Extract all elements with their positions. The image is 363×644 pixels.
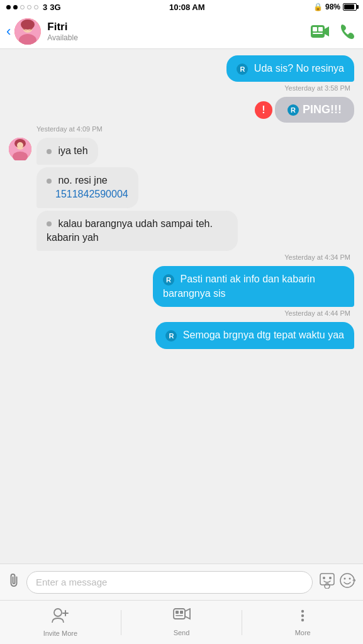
r-badge-3: R <box>165 330 177 341</box>
avatar <box>14 18 41 45</box>
timestamp-1: Yesterday at 3:58 PM <box>9 84 350 92</box>
signal-dot-4 <box>27 5 31 9</box>
svg-marker-10 <box>325 26 329 36</box>
msg-sent-2: R Pasti nanti ak info dan kabarin barang… <box>9 266 354 307</box>
msg-sent-3: R Semoga brgnya dtg tepat waktu yaa <box>9 322 354 348</box>
invite-more-label: Invite More <box>43 630 77 637</box>
svg-rect-29 <box>180 611 183 614</box>
input-bar: Enter a message + <box>0 564 363 600</box>
contact-info: Fitri Available <box>47 21 310 42</box>
svg-point-21 <box>344 578 346 580</box>
carrier-label: 3 <box>43 3 47 12</box>
status-left: 3 3G <box>6 3 61 12</box>
ping-exclaim-icon: ! <box>255 101 272 119</box>
ping-container: ! R PING!!! <box>9 97 354 123</box>
nav-item-invite-more[interactable]: Invite More <box>0 608 121 637</box>
bottom-nav: Invite More Send More <box>0 600 363 644</box>
invite-more-icon <box>52 608 69 628</box>
lock-icon: 🔒 <box>313 3 323 11</box>
svg-rect-30 <box>176 615 183 616</box>
bubble-received-1: iya teh <box>36 138 98 164</box>
svg-point-18 <box>323 577 325 579</box>
chat-area: R Uda sis? No resinya Yesterday at 3:58 … <box>0 49 363 564</box>
input-placeholder: Enter a message <box>36 577 107 587</box>
svg-rect-6 <box>311 25 325 38</box>
bbm-video-button[interactable] <box>310 22 329 41</box>
msg-received-2: no. resi jne 1511842590004 <box>9 167 354 208</box>
contact-status: Available <box>47 33 310 42</box>
back-button[interactable]: ‹ <box>6 23 11 40</box>
signal-dot-2 <box>13 5 18 9</box>
msg-text-3: Semoga brgnya dtg tepat waktu yaa <box>183 330 344 340</box>
signal-dot-5 <box>34 5 38 9</box>
svg-rect-28 <box>176 611 179 614</box>
bubble-sent-2: R Pasti nanti ak info dan kabarin barang… <box>153 266 354 307</box>
svg-rect-8 <box>318 27 323 31</box>
svg-point-22 <box>349 578 351 580</box>
ping-text: PING!!! <box>303 103 342 116</box>
signal-dot-1 <box>6 5 11 9</box>
msg-text-received-1: iya teh <box>58 145 87 156</box>
svg-rect-7 <box>313 27 317 31</box>
bubble-ping: R PING!!! <box>275 97 354 123</box>
svg-point-24 <box>54 609 62 616</box>
battery-percent: 98% <box>325 3 340 11</box>
dot-2 <box>47 179 52 184</box>
status-time: 10:08 AM <box>169 3 205 12</box>
msg-text-1: Uda sis? No resinya <box>254 63 344 74</box>
nav-item-more[interactable]: More <box>242 608 363 636</box>
svg-text:+: + <box>354 578 355 584</box>
svg-point-32 <box>301 610 304 613</box>
bubble-sent-1: R Uda sis? No resinya <box>226 55 354 82</box>
header-icons <box>310 22 357 41</box>
msg-received-3: kalau barangnya udah sampai teh. kabarin… <box>9 211 354 252</box>
svg-point-17 <box>325 584 330 589</box>
svg-point-5 <box>21 19 35 30</box>
svg-rect-27 <box>174 609 185 619</box>
tracking-number: 1511842590004 <box>55 189 128 199</box>
network-label: 3G <box>50 3 60 12</box>
svg-rect-9 <box>313 33 323 34</box>
timestamp-2: Yesterday at 4:34 PM <box>9 253 350 261</box>
call-button[interactable] <box>338 22 357 41</box>
svg-marker-31 <box>185 609 190 619</box>
send-label: Send <box>174 629 190 636</box>
msg-text-2: Pasti nanti ak info dan kabarin barangny… <box>163 274 315 298</box>
r-badge-1: R <box>237 64 248 75</box>
nav-item-send[interactable]: Send <box>121 608 242 636</box>
message-input-field[interactable]: Enter a message <box>26 571 313 594</box>
msg-avatar-1 <box>9 138 31 160</box>
emoji-button[interactable]: + <box>338 571 357 593</box>
status-bar: 3 3G 10:08 AM 🔒 98% <box>0 0 363 14</box>
msg-sent-1: R Uda sis? No resinya <box>9 55 354 82</box>
svg-point-34 <box>301 619 304 621</box>
r-badge-2: R <box>163 274 174 286</box>
msg-text-received-3: kalau barangnya udah sampai teh. kabarin… <box>47 218 213 243</box>
input-icons-group: + <box>318 571 357 593</box>
bubble-received-2: no. resi jne 1511842590004 <box>36 167 138 208</box>
svg-point-20 <box>340 574 354 587</box>
svg-point-33 <box>301 614 304 617</box>
signal-dot-3 <box>20 5 25 9</box>
attach-button[interactable] <box>6 573 21 592</box>
timestamp-3: Yesterday at 4:44 PM <box>9 309 350 317</box>
dot-3 <box>47 221 52 226</box>
ping-r-badge: R <box>288 104 299 116</box>
msg-received-1: iya teh <box>9 138 354 164</box>
header: ‹ Fitri Available <box>0 14 363 49</box>
dot-1 <box>47 149 52 154</box>
battery-icon <box>343 3 357 11</box>
sticker-button[interactable] <box>318 571 337 593</box>
svg-point-15 <box>17 142 23 148</box>
status-right: 🔒 98% <box>313 3 357 11</box>
send-icon <box>173 608 191 627</box>
svg-point-19 <box>329 577 332 579</box>
bubble-received-3: kalau barangnya udah sampai teh. kabarin… <box>36 211 238 252</box>
more-icon <box>294 608 311 627</box>
timestamp-left-1: Yesterday at 4:09 PM <box>36 125 354 133</box>
bubble-sent-3: R Semoga brgnya dtg tepat waktu yaa <box>155 322 354 348</box>
contact-name: Fitri <box>47 21 310 33</box>
more-label: More <box>295 629 311 636</box>
msg-text-received-2: no. resi jne <box>58 175 107 186</box>
